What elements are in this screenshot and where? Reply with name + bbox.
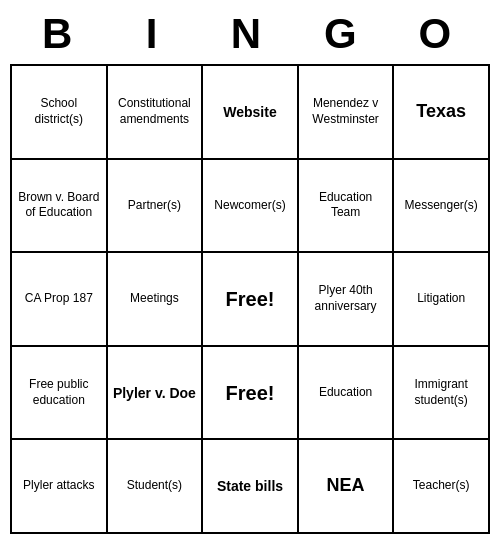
bingo-cell: Teacher(s) [394,440,490,534]
bingo-cell: Free public education [12,347,108,441]
letter-g: G [297,10,391,58]
bingo-cell: Free! [203,253,299,347]
bingo-cell: CA Prop 187 [12,253,108,347]
letter-n: N [203,10,297,58]
bingo-cell: Meetings [108,253,204,347]
bingo-cell: Partner(s) [108,160,204,254]
bingo-cell: Brown v. Board of Education [12,160,108,254]
letter-b: B [14,10,108,58]
bingo-grid: School district(s)Constitutional amendme… [10,64,490,534]
bingo-cell: Litigation [394,253,490,347]
bingo-cell: Plyler v. Doe [108,347,204,441]
letter-i: I [108,10,202,58]
bingo-cell: Website [203,66,299,160]
bingo-cell: Texas [394,66,490,160]
bingo-cell: Newcomer(s) [203,160,299,254]
bingo-header: B I N G O [10,10,490,58]
bingo-cell: Menendez v Westminster [299,66,395,160]
bingo-cell: State bills [203,440,299,534]
bingo-cell: Plyer 40th anniversary [299,253,395,347]
letter-o: O [392,10,486,58]
bingo-cell: Plyler attacks [12,440,108,534]
bingo-cell: Education Team [299,160,395,254]
bingo-cell: Education [299,347,395,441]
bingo-cell: Messenger(s) [394,160,490,254]
bingo-cell: Constitutional amendments [108,66,204,160]
bingo-cell: Immigrant student(s) [394,347,490,441]
bingo-cell: Student(s) [108,440,204,534]
bingo-cell: Free! [203,347,299,441]
bingo-cell: School district(s) [12,66,108,160]
bingo-cell: NEA [299,440,395,534]
